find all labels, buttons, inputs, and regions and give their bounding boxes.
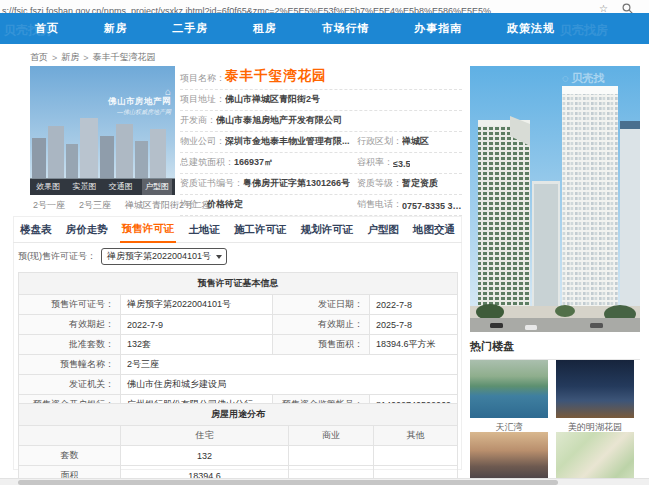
breadcrumb: 首页 > 新房 > 泰丰千玺湾花园 — [30, 51, 156, 64]
table-row: 有效期起： 2022-7-9 有效期止： 2025-7-8 — [19, 315, 458, 335]
svg-text:◌ 贝壳找: ◌ 贝壳找 — [562, 72, 605, 84]
tab-construction-permit[interactable]: 施工许可证 — [232, 219, 289, 242]
field-label: 资质证书编号： — [180, 177, 243, 190]
table-row: 发证机关： 佛山市住房和城乡建设局 — [19, 375, 458, 395]
nav-item-home[interactable]: 首页 — [35, 21, 59, 36]
bookmark-star-icon[interactable]: ☆ — [599, 4, 608, 14]
nav-item-guide[interactable]: 办事指南 — [414, 21, 462, 36]
table-title: 预售许可证基本信息 — [19, 273, 458, 295]
field-label: 项目地址： — [180, 93, 225, 106]
field-label: 均价： — [180, 198, 207, 211]
gallery-tab-strip: 效果图 实景图 交通图 户型图 — [30, 179, 175, 195]
project-address: 佛山市禅城区青阳街2号 — [225, 93, 320, 106]
nav-item-resale[interactable]: 二手房 — [172, 21, 208, 36]
nav-item-rental[interactable]: 租房 — [253, 21, 277, 36]
house-logo-icon: ⌂ — [108, 88, 171, 96]
average-price: 价格待定 — [207, 198, 243, 211]
tab-presale-permit[interactable]: 预售许可证 — [120, 218, 177, 243]
property-management: 深圳市金地泰丰物业管理有限... — [225, 135, 350, 148]
hot-listing-thumb[interactable] — [470, 360, 548, 418]
horizontal-scrollbar-track[interactable] — [0, 478, 649, 485]
site-watermark: ⌂ 佛山市房地产网 —佛山权威房地产网 — [108, 88, 171, 117]
tab-price-trend[interactable]: 房价走势 — [64, 219, 110, 242]
field-label: 物业公司： — [180, 135, 225, 148]
gallery-tab-real-view[interactable]: 实景图 — [69, 179, 99, 195]
gallery-tab-floorplan[interactable]: 户型图 — [142, 179, 172, 195]
sales-phone: 0757-8335 3333 — [402, 201, 462, 211]
browser-address-bar[interactable]: s://fsic.fszj.foshan.gov.cn/npms_project… — [0, 0, 649, 14]
building-link[interactable]: 2号三座 — [79, 199, 111, 212]
tab-floorplan[interactable]: 户型图 — [365, 219, 401, 242]
hot-listing-thumb[interactable] — [556, 360, 634, 418]
permit-select-label: 预(现)售许可证号： — [18, 250, 96, 263]
building-link[interactable]: 2号一座 — [33, 199, 65, 212]
watermark-text: 贝壳找房 — [560, 22, 608, 39]
developer-name: 佛山市泰旭房地产开发有限公司 — [216, 114, 342, 127]
qualification-grade: 暂定资质 — [402, 177, 438, 190]
horizontal-scrollbar-thumb[interactable] — [18, 480, 558, 485]
tab-building-table[interactable]: 楼盘表 — [18, 219, 54, 242]
hot-listings-title: 热门楼盘 — [470, 339, 640, 360]
breadcrumb-current-project: 泰丰千玺湾花园 — [93, 51, 156, 64]
top-navigation-bar: 贝壳找房 贝壳找房 首页 新房 二手房 租房 市场行情 办事指南 政策法规 — [0, 13, 649, 44]
breadcrumb-separator: > — [83, 53, 88, 63]
nav-item-policy[interactable]: 政策法规 — [507, 21, 555, 36]
permit-select-row: 预(现)售许可证号： 禅房预字第2022004101号 — [18, 248, 227, 265]
field-label: 项目名称： — [180, 72, 225, 85]
city-skyline-photo — [30, 66, 175, 195]
breadcrumb-home[interactable]: 首页 — [30, 51, 48, 64]
table-row: 批准套数： 132套 预售面积： 18394.6平方米 — [19, 335, 458, 355]
tab-land-cert[interactable]: 土地证 — [186, 219, 222, 242]
housing-usage-table: 房屋用途分布 住宅 商业 其他 套数 132 面积 18394.6 — [18, 403, 458, 485]
qualification-cert-no: 粤佛房开证字第1301266号 — [243, 177, 350, 190]
table-header-row: 住宅 商业 其他 — [19, 426, 458, 446]
tab-planning-permit[interactable]: 规划许可证 — [299, 219, 356, 242]
plot-ratio: ≤3.5 — [393, 159, 410, 169]
gallery-tab-traffic[interactable]: 交通图 — [106, 179, 136, 195]
breadcrumb-new-homes[interactable]: 新房 — [61, 51, 79, 64]
field-label: 行政区划： — [357, 135, 402, 148]
tab-map-traffic[interactable]: 地图交通 — [411, 219, 457, 242]
table-title: 房屋用途分布 — [19, 404, 458, 426]
field-label: 销售电话： — [357, 198, 402, 211]
permit-select[interactable]: 禅房预字第2022004101号 — [101, 248, 227, 265]
chevron-down-icon — [216, 255, 222, 259]
presale-permit-table: 预售许可证基本信息 预售许可证号： 禅房预字第2022004101号 发证日期：… — [18, 272, 458, 415]
table-row: 预售许可证号： 禅房预字第2022004101号 发证日期： 2022-7-8 — [19, 295, 458, 315]
field-label: 总建筑面积： — [180, 156, 234, 169]
permit-select-value: 禅房预字第2022004101号 — [107, 250, 211, 263]
detail-tab-bar: 楼盘表 房价走势 预售许可证 土地证 施工许可证 规划许可证 户型图 地图交通 — [13, 218, 462, 243]
nav-item-new-homes[interactable]: 新房 — [104, 21, 128, 36]
project-name: 泰丰千玺湾花园 — [225, 67, 327, 85]
table-row: 套数 132 — [19, 446, 458, 466]
project-hero-photo: ◌ 贝壳找 — [470, 66, 640, 332]
field-label: 容积率： — [357, 156, 393, 169]
breadcrumb-separator: > — [52, 53, 57, 63]
district: 禅城区 — [402, 135, 429, 148]
nav-item-market[interactable]: 市场行情 — [322, 21, 370, 36]
project-gallery: ⌂ 佛山市房地产网 —佛山权威房地产网 效果图 实景图 交通图 户型图 — [30, 66, 175, 195]
gallery-tab-rendering[interactable]: 效果图 — [33, 179, 63, 195]
project-info-panel: 项目名称： 泰丰千玺湾花园 项目地址： 佛山市禅城区青阳街2号 开发商： 佛山市… — [180, 64, 462, 216]
gross-floor-area: 166937㎡ — [234, 156, 273, 169]
field-label: 资质等级： — [357, 177, 402, 190]
table-row: 预售幢名称： 2号三座 — [19, 355, 458, 375]
field-label: 开发商： — [180, 114, 216, 127]
